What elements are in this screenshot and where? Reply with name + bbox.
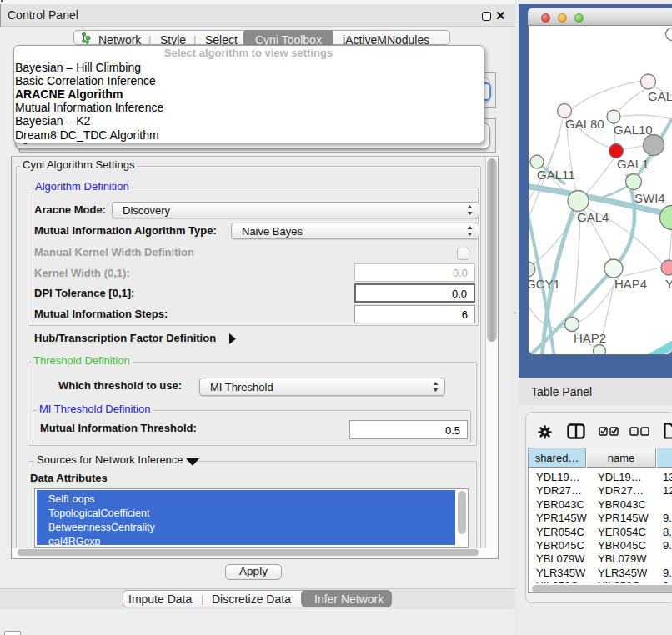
svg-text:GAL4: GAL4 [577,210,609,224]
svg-text:HAP4: HAP4 [614,277,647,291]
svg-text:GAL1: GAL1 [617,157,649,171]
svg-text:GAL10: GAL10 [614,122,653,137]
svg-text:SWI4: SWI4 [634,191,665,205]
svg-text:Y: Y [665,277,672,291]
svg-text:HAP2: HAP2 [574,331,606,345]
svg-text:GAL11: GAL11 [537,168,575,182]
svg-text:GCY1: GCY1 [529,277,560,291]
svg-text:GAL: GAL [648,89,672,103]
svg-text:GAL80: GAL80 [565,117,604,131]
